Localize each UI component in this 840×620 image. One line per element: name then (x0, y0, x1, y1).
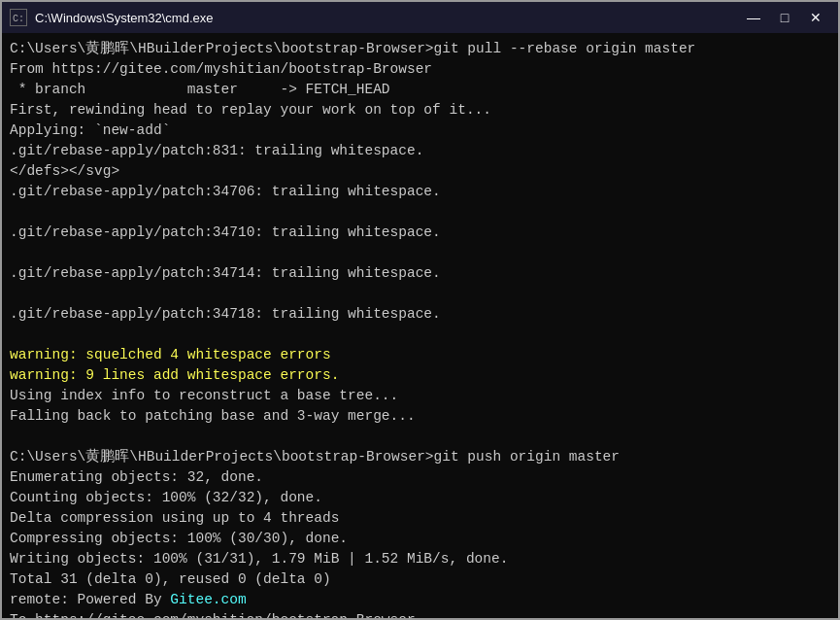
line-10: .git/rebase-apply/patch:34714: trailing … (10, 265, 441, 281)
line-16: Counting objects: 100% (32/32), done. (10, 490, 322, 505)
line-warning-2: warning: 9 lines add whitespace errors. (10, 367, 339, 383)
cmd-window: C: C:\Windows\System32\cmd.exe — □ ✕ C:\… (0, 0, 840, 620)
title-bar-controls: — □ ✕ (739, 7, 830, 28)
line-blank-3 (10, 286, 18, 301)
close-button[interactable]: ✕ (801, 7, 830, 28)
svg-text:C:: C: (13, 14, 24, 24)
line-18: Compressing objects: 100% (30/30), done. (10, 531, 348, 546)
cmd-icon: C: (10, 9, 27, 26)
line-17: Delta compression using up to 4 threads (10, 510, 339, 526)
title-bar: C: C:\Windows\System32\cmd.exe — □ ✕ (2, 2, 838, 33)
line-15: Enumerating objects: 32, done. (10, 469, 263, 485)
line-12: Using index info to reconstruct a base t… (10, 388, 398, 403)
line-11: .git/rebase-apply/patch:34718: trailing … (10, 306, 441, 322)
line-20: Total 31 (delta 0), reused 0 (delta 0) (10, 571, 331, 587)
line-8: .git/rebase-apply/patch:34706: trailing … (10, 184, 441, 199)
line-9: .git/rebase-apply/patch:34710: trailing … (10, 224, 441, 240)
line-6: .git/rebase-apply/patch:831: trailing wh… (10, 143, 423, 158)
line-21: remote: Powered By Gitee.com (10, 592, 247, 607)
line-13: Falling back to patching base and 3-way … (10, 408, 416, 424)
line-14: C:\Users\黄鹏晖\HBuilderProjects\bootstrap-… (10, 449, 620, 465)
line-warning-1: warning: squelched 4 whitespace errors (10, 347, 331, 362)
line-1: C:\Users\黄鹏晖\HBuilderProjects\bootstrap-… (10, 41, 695, 56)
line-blank-2 (10, 245, 18, 260)
line-3: * branch master -> FETCH_HEAD (10, 82, 390, 97)
title-bar-left: C: C:\Windows\System32\cmd.exe (10, 9, 214, 26)
line-22: To https://gitee.com/myshitian/bootstrap… (10, 612, 416, 618)
line-blank-1 (10, 204, 18, 220)
line-4: First, rewinding head to replay your wor… (10, 102, 491, 118)
line-blank-4 (10, 327, 18, 342)
line-2: From https://gitee.com/myshitian/bootstr… (10, 61, 432, 77)
maximize-button[interactable]: □ (770, 7, 799, 28)
line-19: Writing objects: 100% (31/31), 1.79 MiB … (10, 551, 508, 567)
terminal-output[interactable]: C:\Users\黄鹏晖\HBuilderProjects\bootstrap-… (2, 33, 838, 618)
line-blank-5 (10, 429, 18, 444)
line-7: </defs></svg> (10, 163, 119, 179)
gitee-link[interactable]: Gitee.com (170, 592, 246, 607)
window-title: C:\Windows\System32\cmd.exe (35, 11, 214, 25)
minimize-button[interactable]: — (739, 7, 768, 28)
line-5: Applying: `new-add` (10, 122, 170, 138)
